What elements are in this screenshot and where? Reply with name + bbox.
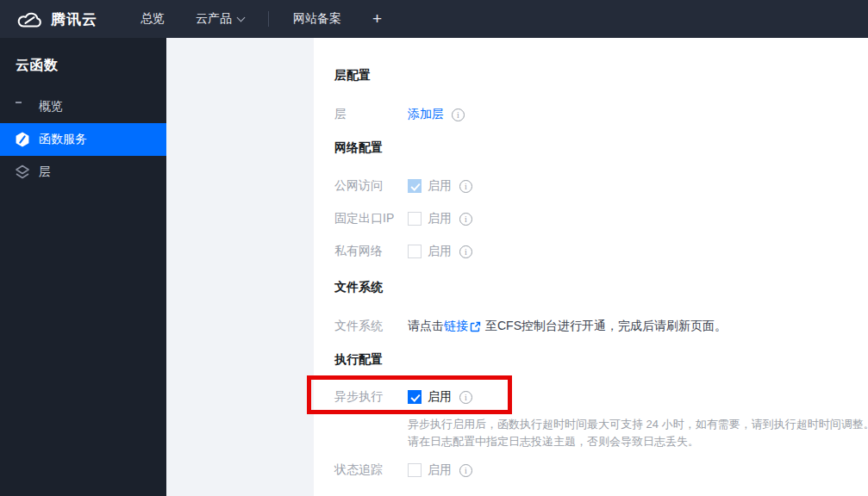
layers-icon <box>15 164 30 180</box>
vpc-label: 私有网络 <box>334 244 408 259</box>
grid-icon <box>15 99 30 115</box>
add-layer-link[interactable]: 添加层 <box>408 107 444 122</box>
fixed-ip-label: 固定出口IP <box>334 211 408 226</box>
nav-item-icp-filing[interactable]: 网站备案 <box>284 0 350 38</box>
section-title-network-config: 网络配置 <box>334 140 383 156</box>
info-icon[interactable]: i <box>452 108 465 121</box>
status-trace-label: 状态追踪 <box>334 462 408 478</box>
file-system-row: 文件系统 请点击 链接 至CFS控制台进行开通，完成后请刷新页面。 <box>334 319 727 334</box>
function-hexagon-icon <box>15 132 30 147</box>
sidebar-item-layers[interactable]: 层 <box>0 156 166 189</box>
sidebar-item-function-service[interactable]: 函数服务 <box>0 123 166 156</box>
chevron-down-icon <box>237 13 246 22</box>
sidebar: 云函数 概览 函数服务 层 <box>0 38 166 496</box>
info-icon[interactable]: i <box>459 245 472 258</box>
async-help-line1: 异步执行启用后，函数执行超时时间最大可支持 24 小时，如有需要，请到执行超时时… <box>408 417 868 432</box>
enable-label: 启用 <box>428 462 452 478</box>
info-icon[interactable]: i <box>459 213 472 226</box>
async-execution-row: 异步执行 启用 i <box>334 389 472 405</box>
layer-row: 层 添加层 i <box>334 107 465 122</box>
top-navigation-bar: 腾讯云 总览 云产品 网站备案 + <box>0 0 868 38</box>
section-title-file-system: 文件系统 <box>334 280 383 295</box>
enable-label: 启用 <box>428 389 452 405</box>
enable-label: 启用 <box>428 211 452 226</box>
nav-divider <box>268 11 269 27</box>
sidebar-item-overview[interactable]: 概览 <box>0 90 166 123</box>
sidebar-title: 云函数 <box>0 38 166 90</box>
vpc-row: 私有网络 启用 i <box>334 244 472 259</box>
async-execution-label: 异步执行 <box>334 389 408 405</box>
public-network-row: 公网访问 启用 i <box>334 178 472 194</box>
secondary-panel <box>166 38 314 496</box>
cfs-console-link[interactable]: 链接 <box>444 319 468 334</box>
enable-label: 启用 <box>428 178 452 194</box>
vpc-checkbox[interactable] <box>408 245 422 258</box>
external-link-icon <box>470 321 481 332</box>
public-network-checkbox <box>408 179 422 193</box>
info-icon[interactable]: i <box>459 464 472 477</box>
status-trace-row: 状态追踪 启用 i <box>334 462 472 478</box>
function-config-form: 层配置 层 添加层 i 网络配置 公网访问 启用 i 固定出口IP 启用 i 私… <box>314 38 868 496</box>
file-system-label: 文件系统 <box>334 319 408 334</box>
file-system-hint: 请点击 链接 至CFS控制台进行开通，完成后请刷新页面。 <box>408 319 727 334</box>
section-title-execution-config: 执行配置 <box>334 352 383 368</box>
async-execution-checkbox[interactable] <box>408 390 422 404</box>
fixed-ip-row: 固定出口IP 启用 i <box>334 211 472 226</box>
tencent-cloud-console: 腾讯云 总览 云产品 网站备案 + 云函数 概览 <box>0 0 868 496</box>
status-trace-checkbox[interactable] <box>408 463 422 477</box>
nav-item-overview[interactable]: 总览 <box>132 0 173 38</box>
async-help-line2: 请在日志配置中指定日志投递主题，否则会导致日志丢失。 <box>408 434 699 450</box>
tencent-cloud-logo[interactable]: 腾讯云 <box>17 9 97 29</box>
info-icon[interactable]: i <box>459 180 472 193</box>
public-network-label: 公网访问 <box>334 178 408 194</box>
layer-label: 层 <box>334 107 408 122</box>
brand-name: 腾讯云 <box>51 9 97 29</box>
add-nav-shortcut-button[interactable]: + <box>364 9 390 28</box>
top-nav-menu: 总览 云产品 网站备案 + <box>125 0 390 38</box>
nav-item-cloud-products[interactable]: 云产品 <box>187 0 253 38</box>
cloud-logo-icon <box>17 10 43 28</box>
section-title-layer-config: 层配置 <box>334 68 371 84</box>
fixed-ip-checkbox[interactable] <box>408 212 422 226</box>
enable-label: 启用 <box>428 244 452 259</box>
info-icon[interactable]: i <box>459 391 472 404</box>
